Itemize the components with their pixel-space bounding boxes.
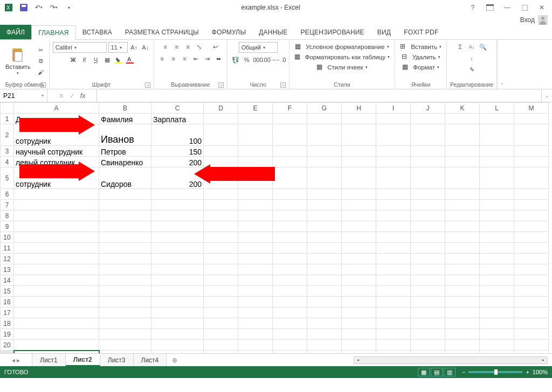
cell[interactable] bbox=[445, 351, 480, 354]
col-header[interactable]: D bbox=[204, 103, 238, 114]
cell[interactable] bbox=[376, 167, 411, 189]
cell[interactable] bbox=[204, 232, 238, 243]
cell[interactable] bbox=[14, 297, 99, 307]
zoom-control[interactable]: − + 100% bbox=[462, 369, 548, 375]
row-header[interactable]: 7 bbox=[1, 200, 14, 211]
cell[interactable] bbox=[14, 340, 99, 351]
cell[interactable] bbox=[445, 264, 480, 275]
cell[interactable] bbox=[445, 200, 480, 211]
cell[interactable] bbox=[411, 297, 445, 307]
cell[interactable] bbox=[204, 297, 238, 307]
cell[interactable] bbox=[376, 189, 411, 200]
format-painter-icon[interactable]: 🖌 bbox=[36, 67, 46, 77]
col-header[interactable]: E bbox=[238, 103, 273, 114]
dialog-launcher-icon[interactable]: ↘ bbox=[280, 82, 286, 88]
cell[interactable] bbox=[204, 275, 238, 286]
cell[interactable] bbox=[273, 254, 307, 264]
cell[interactable] bbox=[411, 221, 445, 232]
cell[interactable] bbox=[238, 211, 273, 221]
user-avatar-icon[interactable] bbox=[538, 15, 548, 25]
cell[interactable] bbox=[307, 124, 342, 146]
formula-input[interactable] bbox=[97, 89, 541, 102]
cell[interactable] bbox=[307, 340, 342, 351]
sheet-tab-1[interactable]: Лист1 bbox=[32, 354, 66, 366]
cell[interactable] bbox=[376, 146, 411, 157]
cell[interactable] bbox=[307, 318, 342, 329]
cell[interactable] bbox=[99, 221, 151, 232]
cell[interactable] bbox=[514, 329, 549, 340]
cell[interactable] bbox=[445, 146, 480, 157]
cell[interactable] bbox=[376, 254, 411, 264]
row-header[interactable]: 12 bbox=[1, 254, 14, 264]
cell[interactable] bbox=[342, 200, 376, 211]
cell[interactable] bbox=[445, 189, 480, 200]
cell[interactable] bbox=[445, 157, 480, 167]
cell[interactable] bbox=[307, 351, 342, 354]
cell[interactable] bbox=[480, 157, 514, 167]
row-header[interactable]: 15 bbox=[1, 286, 14, 297]
tab-insert[interactable]: ВСТАВКА bbox=[76, 25, 119, 39]
cell[interactable] bbox=[480, 200, 514, 211]
cell[interactable] bbox=[99, 254, 151, 264]
cell[interactable] bbox=[342, 221, 376, 232]
cell[interactable] bbox=[480, 264, 514, 275]
cell[interactable] bbox=[480, 286, 514, 297]
undo-icon[interactable]: ↶▾ bbox=[34, 3, 43, 12]
cell[interactable] bbox=[204, 211, 238, 221]
cell[interactable] bbox=[99, 307, 151, 318]
cell[interactable] bbox=[238, 307, 273, 318]
cell[interactable] bbox=[514, 254, 549, 264]
cut-icon[interactable]: ✂ bbox=[36, 46, 46, 55]
dialog-launcher-icon[interactable]: ↘ bbox=[40, 82, 46, 88]
cell[interactable] bbox=[273, 340, 307, 351]
increase-font-icon[interactable]: A↑ bbox=[129, 43, 139, 52]
cell[interactable] bbox=[273, 329, 307, 340]
cell[interactable] bbox=[99, 340, 151, 351]
col-header[interactable]: A bbox=[14, 103, 99, 114]
cell[interactable] bbox=[238, 167, 273, 189]
cell[interactable] bbox=[480, 329, 514, 340]
cell[interactable] bbox=[445, 232, 480, 243]
cell[interactable]: 150 bbox=[151, 146, 204, 157]
tab-data[interactable]: ДАННЫЕ bbox=[252, 25, 294, 39]
cell[interactable] bbox=[514, 157, 549, 167]
cell[interactable] bbox=[99, 286, 151, 297]
cell[interactable] bbox=[480, 275, 514, 286]
cell[interactable] bbox=[376, 232, 411, 243]
cell[interactable] bbox=[238, 254, 273, 264]
cell[interactable] bbox=[14, 307, 99, 318]
cell[interactable] bbox=[14, 200, 99, 211]
cell[interactable]: 200 bbox=[151, 167, 204, 189]
row-header[interactable]: 3 bbox=[1, 146, 14, 157]
align-bottom-icon[interactable]: ≡ bbox=[183, 42, 193, 52]
conditional-formatting-button[interactable]: ▦Условное форматирование▾ bbox=[293, 42, 390, 52]
cell[interactable] bbox=[238, 200, 273, 211]
cell[interactable] bbox=[514, 221, 549, 232]
row-header[interactable]: 16 bbox=[1, 297, 14, 307]
col-header[interactable]: L bbox=[480, 103, 514, 114]
page-break-view-icon[interactable]: ▥ bbox=[444, 368, 456, 376]
cell[interactable] bbox=[411, 124, 445, 146]
cell[interactable]: сотрудник bbox=[14, 124, 99, 146]
cell[interactable] bbox=[99, 275, 151, 286]
cell[interactable] bbox=[204, 124, 238, 146]
cell[interactable] bbox=[514, 264, 549, 275]
cell[interactable] bbox=[307, 254, 342, 264]
col-header[interactable]: G bbox=[307, 103, 342, 114]
cell[interactable] bbox=[238, 329, 273, 340]
autosum-icon[interactable]: Σ bbox=[456, 42, 465, 52]
cell[interactable] bbox=[411, 286, 445, 297]
cell[interactable] bbox=[204, 329, 238, 340]
cell[interactable] bbox=[342, 307, 376, 318]
cell[interactable] bbox=[238, 351, 273, 354]
help-icon[interactable]: ? bbox=[468, 3, 478, 12]
cell[interactable] bbox=[204, 167, 238, 189]
paste-button[interactable]: Вставить ▾ bbox=[3, 46, 33, 76]
cell[interactable] bbox=[238, 275, 273, 286]
cell[interactable] bbox=[204, 114, 238, 124]
cell[interactable] bbox=[204, 157, 238, 167]
row-header[interactable]: 6 bbox=[1, 189, 14, 200]
tab-formulas[interactable]: ФОРМУЛЫ bbox=[205, 25, 252, 39]
cell[interactable] bbox=[307, 297, 342, 307]
cell[interactable] bbox=[151, 307, 204, 318]
